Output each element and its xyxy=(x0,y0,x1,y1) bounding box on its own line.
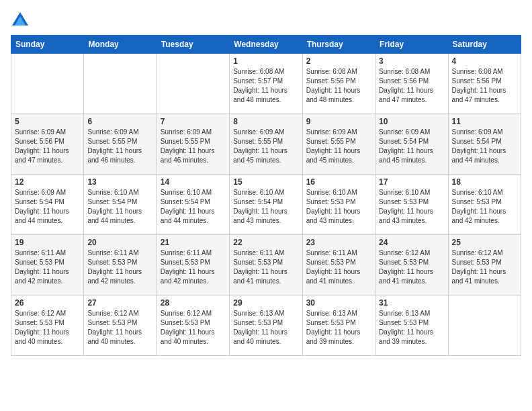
day-info: Sunrise: 6:09 AM Sunset: 5:55 PM Dayligh… xyxy=(233,128,298,165)
day-cell: 22Sunrise: 6:11 AM Sunset: 5:53 PM Dayli… xyxy=(230,235,302,295)
header-row: SundayMondayTuesdayWednesdayThursdayFrid… xyxy=(11,36,521,54)
day-info: Sunrise: 6:12 AM Sunset: 5:53 PM Dayligh… xyxy=(15,309,80,347)
day-info: Sunrise: 6:12 AM Sunset: 5:53 PM Dayligh… xyxy=(87,309,152,347)
day-number: 1 xyxy=(233,56,298,66)
day-cell: 23Sunrise: 6:11 AM Sunset: 5:53 PM Dayli… xyxy=(302,235,375,295)
day-cell: 1Sunrise: 6:08 AM Sunset: 5:57 PM Daylig… xyxy=(230,54,302,114)
day-cell: 18Sunrise: 6:10 AM Sunset: 5:53 PM Dayli… xyxy=(448,175,521,235)
day-cell: 31Sunrise: 6:13 AM Sunset: 5:53 PM Dayli… xyxy=(375,295,448,356)
week-row-3: 12Sunrise: 6:09 AM Sunset: 5:54 PM Dayli… xyxy=(11,175,521,235)
col-header-friday: Friday xyxy=(375,36,448,54)
day-info: Sunrise: 6:11 AM Sunset: 5:53 PM Dayligh… xyxy=(306,248,371,286)
day-cell: 29Sunrise: 6:13 AM Sunset: 5:53 PM Dayli… xyxy=(230,295,302,356)
day-number: 9 xyxy=(306,117,371,126)
day-number: 8 xyxy=(233,117,298,126)
day-cell: 26Sunrise: 6:12 AM Sunset: 5:53 PM Dayli… xyxy=(11,295,84,356)
day-info: Sunrise: 6:09 AM Sunset: 5:54 PM Dayligh… xyxy=(15,188,80,226)
day-info: Sunrise: 6:11 AM Sunset: 5:53 PM Dayligh… xyxy=(15,248,80,286)
day-info: Sunrise: 6:12 AM Sunset: 5:53 PM Dayligh… xyxy=(379,248,444,286)
day-number: 29 xyxy=(233,298,298,308)
logo-icon xyxy=(11,11,30,30)
day-cell: 14Sunrise: 6:10 AM Sunset: 5:54 PM Dayli… xyxy=(157,175,229,235)
day-info: Sunrise: 6:13 AM Sunset: 5:53 PM Dayligh… xyxy=(379,309,444,347)
day-cell xyxy=(157,54,229,114)
day-info: Sunrise: 6:09 AM Sunset: 5:55 PM Dayligh… xyxy=(161,128,226,165)
day-info: Sunrise: 6:09 AM Sunset: 5:54 PM Dayligh… xyxy=(452,128,517,165)
day-cell: 16Sunrise: 6:10 AM Sunset: 5:53 PM Dayli… xyxy=(302,175,375,235)
day-number: 28 xyxy=(161,298,226,308)
day-number: 3 xyxy=(379,56,444,66)
day-number: 13 xyxy=(87,177,152,187)
day-cell: 4Sunrise: 6:08 AM Sunset: 5:56 PM Daylig… xyxy=(448,54,521,114)
day-number: 11 xyxy=(452,117,517,126)
col-header-sunday: Sunday xyxy=(11,36,84,54)
col-header-monday: Monday xyxy=(84,36,157,54)
day-cell: 13Sunrise: 6:10 AM Sunset: 5:54 PM Dayli… xyxy=(84,175,157,235)
day-number: 16 xyxy=(306,177,371,187)
day-cell: 20Sunrise: 6:11 AM Sunset: 5:53 PM Dayli… xyxy=(84,235,157,295)
day-cell: 9Sunrise: 6:09 AM Sunset: 5:55 PM Daylig… xyxy=(302,114,375,175)
day-info: Sunrise: 6:10 AM Sunset: 5:53 PM Dayligh… xyxy=(452,188,517,226)
day-cell: 28Sunrise: 6:12 AM Sunset: 5:53 PM Dayli… xyxy=(157,295,229,356)
day-number: 10 xyxy=(379,117,444,126)
day-cell: 17Sunrise: 6:10 AM Sunset: 5:53 PM Dayli… xyxy=(375,175,448,235)
week-row-2: 5Sunrise: 6:09 AM Sunset: 5:56 PM Daylig… xyxy=(11,114,521,175)
day-cell: 2Sunrise: 6:08 AM Sunset: 5:56 PM Daylig… xyxy=(302,54,375,114)
day-number: 2 xyxy=(306,56,371,66)
day-number: 7 xyxy=(161,117,226,126)
col-header-thursday: Thursday xyxy=(302,36,375,54)
day-info: Sunrise: 6:12 AM Sunset: 5:53 PM Dayligh… xyxy=(452,248,517,286)
day-cell: 3Sunrise: 6:08 AM Sunset: 5:56 PM Daylig… xyxy=(375,54,448,114)
day-cell: 10Sunrise: 6:09 AM Sunset: 5:54 PM Dayli… xyxy=(375,114,448,175)
day-info: Sunrise: 6:13 AM Sunset: 5:53 PM Dayligh… xyxy=(306,309,371,347)
day-cell: 12Sunrise: 6:09 AM Sunset: 5:54 PM Dayli… xyxy=(11,175,84,235)
day-info: Sunrise: 6:08 AM Sunset: 5:56 PM Dayligh… xyxy=(306,67,371,105)
page-header xyxy=(11,11,521,30)
week-row-5: 26Sunrise: 6:12 AM Sunset: 5:53 PM Dayli… xyxy=(11,295,521,356)
day-number: 22 xyxy=(233,238,298,247)
day-number: 14 xyxy=(161,177,226,187)
day-cell: 21Sunrise: 6:11 AM Sunset: 5:53 PM Dayli… xyxy=(157,235,229,295)
day-info: Sunrise: 6:10 AM Sunset: 5:54 PM Dayligh… xyxy=(233,188,298,226)
col-header-saturday: Saturday xyxy=(448,36,521,54)
day-number: 24 xyxy=(379,238,444,247)
day-cell: 11Sunrise: 6:09 AM Sunset: 5:54 PM Dayli… xyxy=(448,114,521,175)
week-row-1: 1Sunrise: 6:08 AM Sunset: 5:57 PM Daylig… xyxy=(11,54,521,114)
day-number: 25 xyxy=(452,238,517,247)
day-info: Sunrise: 6:09 AM Sunset: 5:56 PM Dayligh… xyxy=(15,128,80,165)
day-cell: 30Sunrise: 6:13 AM Sunset: 5:53 PM Dayli… xyxy=(302,295,375,356)
week-row-4: 19Sunrise: 6:11 AM Sunset: 5:53 PM Dayli… xyxy=(11,235,521,295)
day-cell xyxy=(11,54,84,114)
day-cell: 27Sunrise: 6:12 AM Sunset: 5:53 PM Dayli… xyxy=(84,295,157,356)
day-info: Sunrise: 6:11 AM Sunset: 5:53 PM Dayligh… xyxy=(87,248,152,286)
day-cell: 7Sunrise: 6:09 AM Sunset: 5:55 PM Daylig… xyxy=(157,114,229,175)
day-number: 30 xyxy=(306,298,371,308)
day-info: Sunrise: 6:10 AM Sunset: 5:53 PM Dayligh… xyxy=(379,188,444,226)
day-info: Sunrise: 6:09 AM Sunset: 5:54 PM Dayligh… xyxy=(379,128,444,165)
day-number: 6 xyxy=(87,117,152,126)
day-cell: 19Sunrise: 6:11 AM Sunset: 5:53 PM Dayli… xyxy=(11,235,84,295)
logo xyxy=(11,11,32,30)
day-info: Sunrise: 6:10 AM Sunset: 5:53 PM Dayligh… xyxy=(306,188,371,226)
col-header-wednesday: Wednesday xyxy=(230,36,302,54)
day-info: Sunrise: 6:08 AM Sunset: 5:56 PM Dayligh… xyxy=(379,67,444,105)
day-cell: 25Sunrise: 6:12 AM Sunset: 5:53 PM Dayli… xyxy=(448,235,521,295)
day-cell: 24Sunrise: 6:12 AM Sunset: 5:53 PM Dayli… xyxy=(375,235,448,295)
day-info: Sunrise: 6:08 AM Sunset: 5:57 PM Dayligh… xyxy=(233,67,298,105)
day-cell: 15Sunrise: 6:10 AM Sunset: 5:54 PM Dayli… xyxy=(230,175,302,235)
day-info: Sunrise: 6:09 AM Sunset: 5:55 PM Dayligh… xyxy=(306,128,371,165)
day-info: Sunrise: 6:13 AM Sunset: 5:53 PM Dayligh… xyxy=(233,309,298,347)
col-header-tuesday: Tuesday xyxy=(157,36,229,54)
day-info: Sunrise: 6:10 AM Sunset: 5:54 PM Dayligh… xyxy=(87,188,152,226)
day-cell: 8Sunrise: 6:09 AM Sunset: 5:55 PM Daylig… xyxy=(230,114,302,175)
day-number: 18 xyxy=(452,177,517,187)
day-cell xyxy=(84,54,157,114)
day-number: 31 xyxy=(379,298,444,308)
day-number: 5 xyxy=(15,117,80,126)
day-number: 23 xyxy=(306,238,371,247)
day-number: 19 xyxy=(15,238,80,247)
day-info: Sunrise: 6:08 AM Sunset: 5:56 PM Dayligh… xyxy=(452,67,517,105)
day-number: 27 xyxy=(87,298,152,308)
day-number: 26 xyxy=(15,298,80,308)
day-info: Sunrise: 6:09 AM Sunset: 5:55 PM Dayligh… xyxy=(87,128,152,165)
